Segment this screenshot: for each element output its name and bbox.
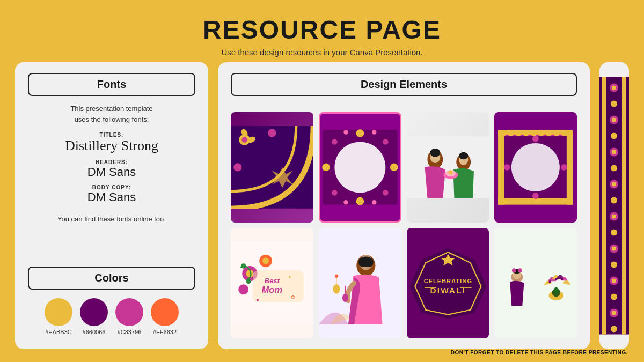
svg-point-39 <box>532 136 539 142</box>
svg-point-80 <box>549 280 552 283</box>
svg-point-93 <box>612 150 616 154</box>
border-strip-panel <box>599 62 629 349</box>
colors-section-label: Colors <box>28 267 195 290</box>
svg-point-100 <box>611 230 617 236</box>
svg-point-47 <box>262 258 269 264</box>
svg-point-76 <box>518 268 522 272</box>
footer-note: DON'T FORGET TO DELETE THIS PAGE BEFORE … <box>451 350 628 356</box>
design-element-women <box>407 112 489 223</box>
design-element-floral-corner <box>231 112 313 223</box>
swatch-circle-2 <box>115 298 143 326</box>
svg-text:Best: Best <box>265 277 280 285</box>
design-element-diwali-badge: CELEBRATING DIWALI <box>407 228 489 338</box>
svg-point-10 <box>356 129 364 137</box>
headers-font-block: HEADERS: DM Sans <box>28 159 195 179</box>
svg-point-81 <box>555 278 558 281</box>
page-title: RESOURCE PAGE <box>0 15 644 45</box>
design-elements-label: Design Elements <box>231 73 577 96</box>
design-element-purple-frame <box>319 112 401 223</box>
svg-point-17 <box>383 190 389 196</box>
svg-point-56 <box>246 279 251 284</box>
svg-rect-37 <box>567 130 573 205</box>
fonts-online-note: You can find these fonts online too. <box>28 215 195 223</box>
swatch-hex-3: #FF6632 <box>153 329 177 335</box>
swatch-item-2: #C83796 <box>115 298 143 335</box>
swatch-circle-1 <box>80 298 108 326</box>
svg-point-9 <box>334 142 385 193</box>
svg-text:CELEBRATING: CELEBRATING <box>423 278 472 284</box>
svg-point-15 <box>383 139 389 145</box>
headers-font-name: DM Sans <box>28 165 195 179</box>
svg-point-94 <box>611 165 617 172</box>
svg-point-20 <box>343 200 348 204</box>
svg-point-2 <box>242 137 247 143</box>
svg-point-4 <box>233 163 241 171</box>
svg-point-106 <box>611 294 617 300</box>
body-label: BODY COPY: <box>28 184 195 190</box>
swatch-item-1: #660066 <box>80 298 108 335</box>
svg-point-11 <box>356 197 364 205</box>
swatch-circle-3 <box>151 298 179 326</box>
page-subtitle: Use these design resources in your Canva… <box>0 48 644 57</box>
svg-point-12 <box>322 164 330 172</box>
svg-point-90 <box>612 118 616 122</box>
page-header: RESOURCE PAGE Use these design resources… <box>0 0 644 62</box>
swatch-hex-2: #C83796 <box>118 329 142 335</box>
design-element-border-frame <box>494 112 577 223</box>
svg-point-102 <box>612 247 616 251</box>
svg-point-108 <box>612 311 616 315</box>
svg-point-82 <box>561 278 564 281</box>
right-panel: Design Elements <box>218 62 590 349</box>
svg-point-42 <box>561 164 567 171</box>
svg-point-13 <box>390 164 398 172</box>
svg-rect-22 <box>407 136 489 198</box>
body-font-block: BODY COPY: DM Sans <box>28 184 195 204</box>
svg-text:✦: ✦ <box>288 274 292 280</box>
svg-point-38 <box>511 143 560 191</box>
svg-point-25 <box>430 149 440 157</box>
left-panel: Fonts This presentation template uses th… <box>15 62 208 349</box>
design-element-best-mom: Best Mom ✦ ♥ ✿ <box>231 228 313 338</box>
svg-rect-36 <box>498 130 504 205</box>
svg-point-103 <box>611 262 617 268</box>
svg-point-21 <box>372 200 376 204</box>
swatch-item-3: #FF6632 <box>151 298 179 335</box>
fonts-description: This presentation template uses the foll… <box>28 104 195 124</box>
svg-point-91 <box>611 133 617 139</box>
svg-point-31 <box>448 171 452 175</box>
svg-point-96 <box>612 182 616 187</box>
svg-text:✿: ✿ <box>291 294 295 300</box>
design-element-baby-peacock <box>494 228 577 338</box>
colors-section: Colors #EABB3C#660066#C83796#FF6632 <box>28 267 195 338</box>
svg-point-18 <box>343 130 348 134</box>
svg-point-79 <box>554 287 559 293</box>
svg-rect-85 <box>622 77 626 335</box>
svg-point-16 <box>332 190 338 196</box>
design-elements-grid: Best Mom ✦ ♥ ✿ <box>231 112 577 338</box>
svg-point-97 <box>611 197 617 204</box>
swatch-hex-1: #660066 <box>83 329 106 335</box>
swatch-hex-0: #EABB3C <box>45 329 72 335</box>
svg-point-3 <box>268 129 276 137</box>
svg-point-40 <box>532 193 539 199</box>
svg-point-99 <box>612 215 616 219</box>
titles-font-name: Distillery Strong <box>28 138 195 154</box>
svg-point-75 <box>512 268 516 272</box>
svg-point-61 <box>334 275 338 278</box>
svg-point-48 <box>238 284 248 294</box>
svg-point-105 <box>612 279 616 283</box>
swatch-circle-0 <box>45 298 72 326</box>
svg-point-41 <box>504 164 510 171</box>
fonts-section-label: Fonts <box>28 73 195 96</box>
svg-point-88 <box>611 101 617 107</box>
svg-point-60 <box>333 284 340 294</box>
titles-font-block: TITLES: Distillery Strong <box>28 132 195 154</box>
svg-text:Mom: Mom <box>262 285 283 295</box>
titles-label: TITLES: <box>28 132 195 138</box>
svg-text:♥: ♥ <box>256 297 259 303</box>
svg-point-87 <box>612 86 616 90</box>
svg-rect-35 <box>498 198 573 205</box>
svg-point-14 <box>332 139 338 145</box>
svg-point-55 <box>241 263 246 268</box>
svg-point-109 <box>611 326 617 333</box>
